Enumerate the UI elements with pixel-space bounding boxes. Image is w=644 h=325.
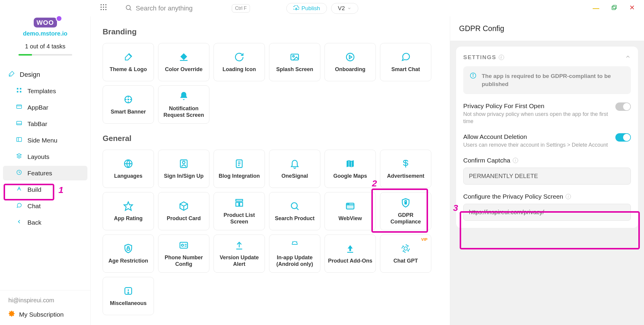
feature-card-smart-banner[interactable]: Smart Banner <box>103 85 154 124</box>
map-icon <box>345 158 355 169</box>
build-icon <box>16 186 23 193</box>
templates-icon <box>16 87 23 95</box>
info-icon[interactable]: i <box>566 194 571 199</box>
card-label: Theme & Logo <box>110 66 147 73</box>
sidebar-item-chat[interactable]: Chat <box>3 199 87 213</box>
svg-point-6 <box>101 9 102 10</box>
feature-card-onboarding[interactable]: Onboarding <box>325 43 376 81</box>
annotation-label-2: 2 <box>372 178 377 188</box>
feature-card-sign-in-sign-up[interactable]: Sign In/Sign Up <box>158 150 209 188</box>
feature-card-color-override[interactable]: Color Override <box>158 43 209 81</box>
search-icon <box>290 200 300 212</box>
feature-card-advertisement[interactable]: Advertisement <box>380 150 431 188</box>
svg-rect-20 <box>17 105 22 108</box>
feature-card-gdpr-compliance[interactable]: GDPR Compliance <box>380 192 431 230</box>
svg-rect-53 <box>127 248 130 250</box>
annotation-label-3: 3 <box>453 203 458 213</box>
svg-rect-52 <box>405 202 407 204</box>
card-label: Smart Banner <box>111 109 146 115</box>
feature-card-version-update-alert[interactable]: Version Update Alert <box>214 234 265 273</box>
feature-card-product-add-ons[interactable]: Product Add-Ons <box>325 234 376 273</box>
feature-card-product-list-screen[interactable]: Product List Screen <box>214 192 265 230</box>
feature-card-smart-chat[interactable]: Smart Chat <box>380 43 431 81</box>
window-close-icon[interactable] <box>629 4 635 12</box>
subscription-icon <box>8 310 15 318</box>
publish-button[interactable]: Publish <box>286 3 327 14</box>
feature-card-blog-integration[interactable]: Blog Integration <box>214 150 265 188</box>
feature-card-onesignal[interactable]: OneSignal <box>269 150 320 188</box>
sidebar-item-templates[interactable]: Templates <box>3 84 87 98</box>
tasks-progress[interactable]: 1 out of 4 tasks <box>0 43 90 56</box>
info-icon[interactable]: i <box>513 158 518 163</box>
cube-icon <box>179 200 189 212</box>
window-minimize-icon[interactable]: — <box>593 4 599 12</box>
contact-icon <box>179 240 189 251</box>
svg-point-0 <box>101 4 102 5</box>
my-subscription-link[interactable]: My Subscription <box>8 310 82 318</box>
design-label: Design <box>20 71 40 79</box>
feature-card-splash-screen[interactable]: Splash Screen <box>269 43 320 81</box>
sidemenu-icon <box>16 137 23 144</box>
logo-text: WOO <box>34 18 57 27</box>
card-label: In-app Update (Android only) <box>272 255 317 267</box>
bell-icon <box>179 91 189 102</box>
feature-card-loading-icon[interactable]: Loading Icon <box>214 43 265 81</box>
info-icon <box>470 72 476 88</box>
feature-card-miscellaneous[interactable]: Miscellaneous <box>103 277 154 315</box>
svg-point-50 <box>348 204 348 204</box>
feature-card-languages[interactable]: Languages <box>103 150 154 188</box>
circle-play-icon <box>345 51 355 63</box>
sidebar-item-layouts[interactable]: Layouts <box>3 149 87 164</box>
card-label: Color Override <box>165 66 203 73</box>
section-title: Branding <box>103 27 438 36</box>
apps-grid-icon[interactable] <box>100 4 107 13</box>
search-input[interactable] <box>136 4 225 12</box>
svg-point-2 <box>105 4 106 5</box>
feature-card-notification-request-screen[interactable]: Notification Request Screen <box>158 85 209 124</box>
doc-icon <box>234 158 244 169</box>
sidebar-item-tabbar[interactable]: TabBar <box>3 116 87 131</box>
feature-card-in-app-update-android-only-[interactable]: In-app Update (Android only) <box>269 234 320 273</box>
shield-icon <box>401 197 411 209</box>
confirm-captcha-input[interactable] <box>463 168 631 185</box>
svg-point-1 <box>103 4 104 5</box>
svg-point-8 <box>105 9 106 10</box>
vip-badge: VIP <box>421 237 427 242</box>
sidebar-item-sidemenu[interactable]: Side Menu <box>3 133 87 148</box>
confirm-captcha-label: Confirm Captcha <box>463 157 510 164</box>
sidebar: WOO demo.mstore.io 1 out of 4 tasks Desi… <box>0 16 91 325</box>
card-label: Splash Screen <box>276 66 313 73</box>
privacy-first-open-toggle[interactable] <box>615 102 631 111</box>
info-icon[interactable]: i <box>499 55 504 60</box>
svg-point-9 <box>126 5 130 10</box>
feature-card-chat-gpt[interactable]: Chat GPTVIP <box>380 234 431 273</box>
version-label: V2 <box>338 5 345 12</box>
feature-card-phone-number-config[interactable]: Phone Number Config <box>158 234 209 273</box>
feature-card-product-card[interactable]: Product Card <box>158 192 209 230</box>
card-label: Google Maps <box>333 173 367 180</box>
collapse-icon[interactable] <box>625 54 631 61</box>
svg-point-30 <box>293 56 294 57</box>
card-label: Version Update Alert <box>217 255 262 267</box>
lock-shield-icon <box>123 243 133 254</box>
nav-section-design[interactable]: Design <box>3 68 87 82</box>
sidebar-item-appbar[interactable]: AppBar <box>3 100 87 115</box>
store-domain[interactable]: demo.mstore.io <box>23 30 67 37</box>
feature-card-theme-logo[interactable]: Theme & Logo <box>103 43 154 81</box>
feature-card-app-rating[interactable]: App Rating <box>103 192 154 230</box>
sidebar-item-label: Chat <box>27 203 41 210</box>
window-maximize-icon[interactable] <box>611 4 617 12</box>
sidebar-item-back[interactable]: Back <box>3 215 87 230</box>
card-label: Sign In/Sign Up <box>164 173 204 180</box>
sidebar-item-features[interactable]: Features <box>3 166 87 180</box>
privacy-url-input[interactable] <box>463 204 631 221</box>
version-selector[interactable]: V2 <box>331 3 358 14</box>
feature-card-webview[interactable]: WebView <box>325 192 376 230</box>
feature-card-age-restriction[interactable]: Age Restriction <box>103 234 154 273</box>
sidebar-item-build[interactable]: Build <box>3 182 87 197</box>
feature-card-search-product[interactable]: Search Product <box>269 192 320 230</box>
allow-deletion-toggle[interactable] <box>615 133 631 142</box>
feature-card-google-maps[interactable]: Google Maps <box>325 150 376 188</box>
svg-point-37 <box>183 161 185 164</box>
card-label: Loading Icon <box>223 66 256 73</box>
